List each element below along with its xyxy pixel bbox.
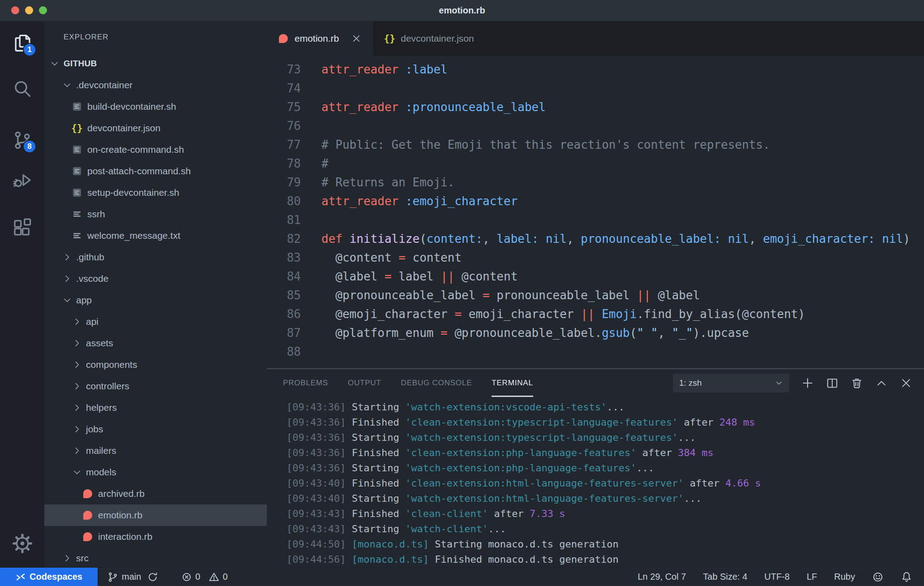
- tree-item-setup-devcontainer.sh[interactable]: setup-devcontainer.sh: [44, 182, 267, 203]
- tree-item-archived.rb[interactable]: archived.rb: [44, 483, 267, 504]
- panel-tab-debug-console[interactable]: DEBUG CONSOLE: [401, 369, 472, 397]
- tree-item-label: models: [86, 467, 116, 478]
- sync-icon[interactable]: [147, 572, 158, 582]
- tree-item-GITHUB[interactable]: GITHUB: [44, 53, 267, 74]
- terminal-select[interactable]: 1: zsh: [673, 374, 789, 392]
- terminal-segment: ...: [488, 523, 506, 534]
- tree-item-ssrh[interactable]: ssrh: [44, 203, 267, 225]
- close-icon[interactable]: [351, 34, 361, 43]
- problems-indicator[interactable]: 00: [181, 572, 227, 582]
- activity-source-control-button[interactable]: 8: [13, 130, 32, 150]
- tree-item-label: welcome_message.txt: [87, 230, 180, 241]
- notifications-icon[interactable]: [901, 571, 912, 583]
- tree-item-components[interactable]: components: [44, 354, 267, 375]
- activity-search-button[interactable]: [13, 79, 32, 99]
- tree-item-post-attach-command.sh[interactable]: post-attach-command.sh: [44, 160, 267, 182]
- editor-tab-emotion.rb[interactable]: emotion.rb: [267, 21, 373, 56]
- chevron-right-icon: [72, 381, 82, 391]
- panel-tab-terminal[interactable]: TERMINAL: [492, 369, 533, 397]
- status-eol[interactable]: LF: [807, 572, 817, 582]
- line-number: 77: [267, 135, 301, 154]
- minimize-window-button[interactable]: [25, 6, 33, 14]
- tree-item-assets[interactable]: assets: [44, 332, 267, 354]
- keyword-token: attr_reader: [321, 100, 398, 114]
- line-number: 81: [267, 211, 301, 229]
- code-line-85: 85 @pronounceable_label = pronounceable_…: [267, 286, 924, 305]
- status-cursor-position[interactable]: Ln 29, Col 7: [637, 572, 686, 582]
- status-language-mode[interactable]: Ruby: [834, 572, 855, 582]
- code-line-82: 82def initialize(content:, label: nil, p…: [267, 229, 924, 248]
- activity-run-debug-button[interactable]: [13, 170, 32, 190]
- zoom-window-button[interactable]: [39, 6, 47, 14]
- split-terminal-button[interactable]: [826, 377, 838, 389]
- line-number: 79: [267, 173, 301, 192]
- kill-terminal-button[interactable]: [851, 377, 863, 389]
- terminal-segment: [346, 539, 351, 550]
- branch-indicator[interactable]: main: [107, 572, 141, 582]
- close-panel-button[interactable]: [900, 377, 912, 389]
- terminal-output[interactable]: [09:43:36] Starting 'watch-extension:vsc…: [267, 397, 924, 567]
- tree-item-devcontainer.json[interactable]: {}devcontainer.json: [44, 117, 267, 139]
- tree-item-on-create-command.sh[interactable]: on-create-command.sh: [44, 139, 267, 160]
- tree-item-label: devcontainer.json: [87, 123, 160, 134]
- chevron-down-icon: [62, 80, 72, 90]
- tree-item-helpers[interactable]: helpers: [44, 397, 267, 418]
- status-tab-size[interactable]: Tab Size: 4: [703, 572, 747, 582]
- terminal-segment: [09:43:40]: [287, 478, 346, 489]
- panel-tab-problems[interactable]: PROBLEMS: [283, 369, 328, 397]
- terminal-line: [09:43:36] Starting 'watch-extension:php…: [287, 461, 924, 476]
- editor-tab-devcontainer.json[interactable]: {}devcontainer.json: [373, 21, 485, 56]
- activity-explorer-button[interactable]: 1: [13, 34, 32, 53]
- chevron-down-icon: [72, 467, 82, 477]
- maximize-panel-button[interactable]: [875, 377, 888, 389]
- chevron-down-icon: [775, 379, 783, 387]
- json-file-icon: {}: [385, 34, 394, 43]
- feedback-icon[interactable]: [872, 571, 884, 583]
- sidebar-title: EXPLORER: [44, 21, 267, 42]
- tree-item-.github[interactable]: .github: [44, 246, 267, 268]
- panel-tab-output[interactable]: OUTPUT: [348, 369, 381, 397]
- tree-item-models[interactable]: models: [44, 461, 267, 483]
- chevron-right-icon: [72, 338, 82, 348]
- editor-tab-bar: emotion.rb{}devcontainer.json: [267, 21, 924, 56]
- terminal-segment: Finished: [346, 508, 405, 519]
- terminal-segment: 'watch-extension:typescript-language-fea…: [405, 432, 678, 443]
- code-editor[interactable]: 73attr_reader :label7475attr_reader :pro…: [267, 56, 924, 368]
- tree-item-api[interactable]: api: [44, 311, 267, 332]
- keyword-token: attr_reader: [321, 63, 398, 76]
- status-left: main: [107, 572, 158, 582]
- tree-item-.vscode[interactable]: .vscode: [44, 268, 267, 289]
- activity-settings-button[interactable]: [13, 534, 32, 553]
- new-terminal-button[interactable]: [801, 377, 814, 389]
- symbol-token: Emoji: [602, 307, 637, 321]
- code-line-text: # Public: Get the Emoji that this reacti…: [321, 135, 770, 154]
- codespaces-remote-indicator[interactable]: Codespaces: [0, 568, 98, 586]
- token: @label: [321, 270, 385, 283]
- terminal-segment: 384 ms: [678, 447, 713, 458]
- ruby-file-icon: [83, 489, 92, 498]
- tree-item-interaction.rb[interactable]: interaction.rb: [44, 526, 267, 547]
- tree-item-label: controllers: [86, 381, 129, 392]
- tree-item-emotion.rb[interactable]: emotion.rb: [44, 504, 267, 526]
- token: @platform_enum: [321, 326, 441, 340]
- terminal-segment: Finished monaco.d.ts generation: [429, 554, 619, 565]
- activity-extensions-button[interactable]: [13, 218, 32, 237]
- comment-token: #: [321, 157, 329, 170]
- close-window-button[interactable]: [11, 6, 19, 14]
- tree-item-src[interactable]: src: [44, 547, 267, 567]
- ruby-file-icon: [278, 34, 288, 43]
- tree-item-welcome_message.txt[interactable]: welcome_message.txt: [44, 225, 267, 246]
- tab-label: devcontainer.json: [401, 33, 474, 44]
- token: ,: [658, 326, 672, 340]
- text-file-icon: [72, 209, 82, 219]
- tree-item-.devcontainer[interactable]: .devcontainer: [44, 74, 267, 96]
- codespaces-label: Codespaces: [30, 572, 82, 582]
- tree-item-mailers[interactable]: mailers: [44, 440, 267, 461]
- json-file-icon: {}: [72, 123, 82, 133]
- status-encoding[interactable]: UTF-8: [764, 572, 790, 582]
- tree-item-jobs[interactable]: jobs: [44, 418, 267, 440]
- tree-item-app[interactable]: app: [44, 289, 267, 311]
- code-line-84: 84 @label = label || @content: [267, 267, 924, 286]
- tree-item-controllers[interactable]: controllers: [44, 375, 267, 397]
- tree-item-build-devcontainer.sh[interactable]: build-devcontainer.sh: [44, 96, 267, 117]
